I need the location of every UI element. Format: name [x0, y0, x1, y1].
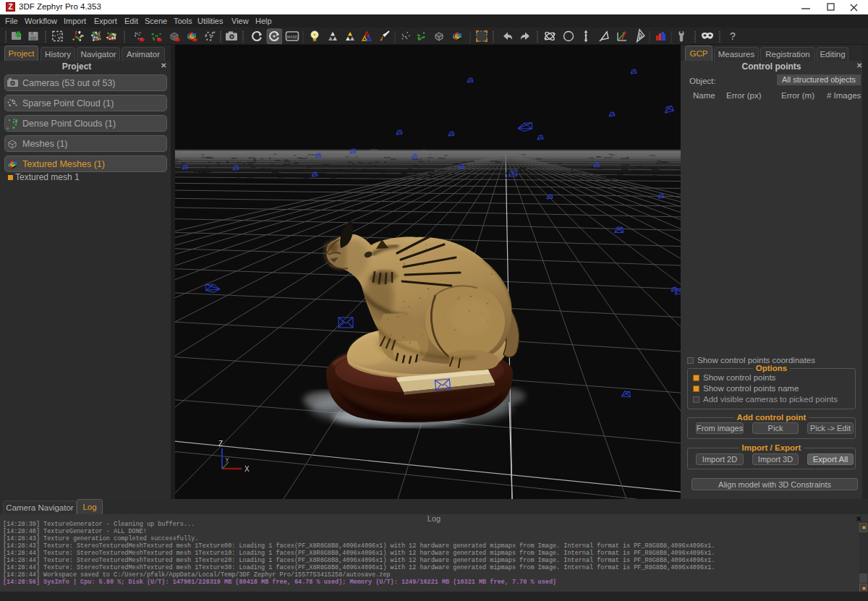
svg-text:X: X: [244, 465, 250, 473]
svg-text:?: ?: [730, 30, 736, 42]
svg-text:y: y: [226, 456, 229, 462]
svg-text:Z: Z: [218, 440, 223, 448]
svg-text:WASD: WASD: [287, 35, 298, 39]
